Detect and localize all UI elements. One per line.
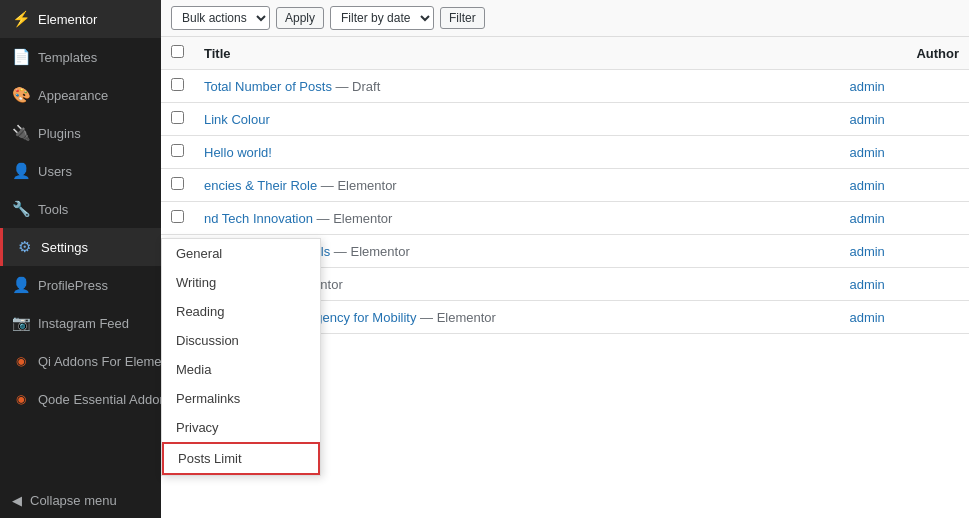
post-status-suffix: — Draft (332, 79, 380, 94)
table-row: Hello world!admin (161, 136, 969, 169)
post-title-cell: encies & Their Role — Elementor (194, 169, 839, 202)
post-title-cell: Link Colour (194, 103, 839, 136)
post-status-suffix: — Elementor (330, 244, 409, 259)
post-title-link[interactable]: nd Tech Innovation (204, 211, 313, 226)
table-row: Link Colouradmin (161, 103, 969, 136)
post-author-cell: admin (839, 301, 969, 334)
post-title-cell: nd Tech Innovation — Elementor (194, 202, 839, 235)
bulk-actions-select[interactable]: Bulk actions (171, 6, 270, 30)
qi-icon: ◉ (12, 352, 30, 370)
sidebar: ⚡ Elementor 📄 Templates 🎨 Appearance 🔌 P… (0, 0, 161, 518)
users-icon: 👤 (12, 162, 30, 180)
row-checkbox[interactable] (171, 78, 184, 91)
sidebar-item-label: Plugins (38, 126, 81, 141)
sidebar-item-label: Settings (41, 240, 88, 255)
templates-icon: 📄 (12, 48, 30, 66)
submenu-item-writing[interactable]: Writing (162, 268, 320, 297)
sidebar-item-tools[interactable]: 🔧 Tools (0, 190, 161, 228)
post-status-suffix: — Elementor (313, 211, 392, 226)
collapse-label: Collapse menu (30, 493, 117, 508)
collapse-menu-button[interactable]: ◀ Collapse menu (0, 483, 161, 518)
sidebar-item-qi-addons[interactable]: ◉ Qi Addons For Elementor (0, 342, 161, 380)
table-row: nd Tech Innovation — Elementoradmin (161, 202, 969, 235)
author-link[interactable]: admin (849, 310, 884, 325)
post-author-cell: admin (839, 169, 969, 202)
post-title-link[interactable]: Total Number of Posts (204, 79, 332, 94)
author-link[interactable]: admin (849, 277, 884, 292)
submenu-item-reading[interactable]: Reading (162, 297, 320, 326)
sidebar-item-label: Instagram Feed (38, 316, 129, 331)
sidebar-item-label: Templates (38, 50, 97, 65)
sidebar-item-label: Elementor (38, 12, 97, 27)
settings-icon: ⚙ (15, 238, 33, 256)
author-link[interactable]: admin (849, 112, 884, 127)
table-row: encies & Their Role — Elementoradmin (161, 169, 969, 202)
sidebar-item-appearance[interactable]: 🎨 Appearance (0, 76, 161, 114)
sidebar-item-label: Qi Addons For Elementor (38, 354, 161, 369)
row-checkbox[interactable] (171, 111, 184, 124)
author-link[interactable]: admin (849, 211, 884, 226)
table-row: Total Number of Posts — Draftadmin (161, 70, 969, 103)
plugins-icon: 🔌 (12, 124, 30, 142)
submenu-item-media[interactable]: Media (162, 355, 320, 384)
filter-date-select[interactable]: Filter by date (330, 6, 434, 30)
sidebar-item-elementor[interactable]: ⚡ Elementor (0, 0, 161, 38)
author-link[interactable]: admin (849, 145, 884, 160)
row-checkbox[interactable] (171, 144, 184, 157)
post-title-link[interactable]: encies & Their Role (204, 178, 317, 193)
sidebar-item-settings[interactable]: ⚙ Settings (0, 228, 161, 266)
header-author-col: Author (839, 37, 969, 70)
post-status-suffix: — Elementor (416, 310, 495, 325)
appearance-icon: 🎨 (12, 86, 30, 104)
apply-button[interactable]: Apply (276, 7, 324, 29)
elementor-icon: ⚡ (12, 10, 30, 28)
sidebar-item-qode-essential[interactable]: ◉ Qode Essential Addons (0, 380, 161, 418)
instagram-icon: 📷 (12, 314, 30, 332)
post-author-cell: admin (839, 70, 969, 103)
submenu-item-discussion[interactable]: Discussion (162, 326, 320, 355)
author-link[interactable]: admin (849, 178, 884, 193)
header-checkbox-col (161, 37, 194, 70)
sidebar-item-plugins[interactable]: 🔌 Plugins (0, 114, 161, 152)
post-title-cell: Total Number of Posts — Draft (194, 70, 839, 103)
submenu-item-privacy[interactable]: Privacy (162, 413, 320, 442)
author-link[interactable]: admin (849, 244, 884, 259)
qode-icon: ◉ (12, 390, 30, 408)
author-link[interactable]: admin (849, 79, 884, 94)
table-header-row: Title Author (161, 37, 969, 70)
post-author-cell: admin (839, 202, 969, 235)
settings-submenu: General Writing Reading Discussion Media… (161, 238, 321, 476)
sidebar-item-profilepress[interactable]: 👤 ProfilePress (0, 266, 161, 304)
row-checkbox[interactable] (171, 210, 184, 223)
profilepress-icon: 👤 (12, 276, 30, 294)
table-toolbar: Bulk actions Apply Filter by date Filter (161, 0, 969, 37)
submenu-item-permalinks[interactable]: Permalinks (162, 384, 320, 413)
sidebar-item-label: Users (38, 164, 72, 179)
post-title-link[interactable]: Hello world! (204, 145, 272, 160)
collapse-icon: ◀ (12, 493, 22, 508)
sidebar-item-users[interactable]: 👤 Users (0, 152, 161, 190)
sidebar-item-instagram-feed[interactable]: 📷 Instagram Feed (0, 304, 161, 342)
sidebar-item-templates[interactable]: 📄 Templates (0, 38, 161, 76)
tools-icon: 🔧 (12, 200, 30, 218)
post-author-cell: admin (839, 103, 969, 136)
submenu-item-posts-limit[interactable]: Posts Limit (162, 442, 320, 475)
sidebar-item-label: Appearance (38, 88, 108, 103)
filter-button[interactable]: Filter (440, 7, 485, 29)
post-title-cell: Hello world! (194, 136, 839, 169)
sidebar-item-label: Qode Essential Addons (38, 392, 161, 407)
post-status-suffix: — Elementor (317, 178, 396, 193)
post-author-cell: admin (839, 136, 969, 169)
sidebar-item-label: Tools (38, 202, 68, 217)
sidebar-item-label: ProfilePress (38, 278, 108, 293)
row-checkbox[interactable] (171, 177, 184, 190)
header-title-col: Title (194, 37, 839, 70)
submenu-item-general[interactable]: General (162, 239, 320, 268)
select-all-checkbox[interactable] (171, 45, 184, 58)
post-author-cell: admin (839, 268, 969, 301)
post-title-link[interactable]: Link Colour (204, 112, 270, 127)
post-author-cell: admin (839, 235, 969, 268)
